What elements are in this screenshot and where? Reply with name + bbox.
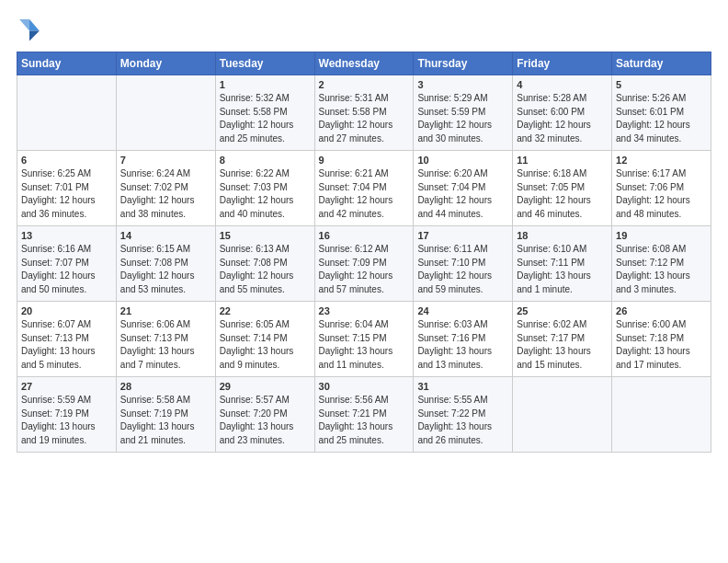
- day-number: 24: [417, 305, 508, 316]
- day-number: 31: [417, 381, 508, 392]
- day-info: Sunrise: 6:22 AM Sunset: 7:03 PM Dayligh…: [220, 167, 311, 221]
- day-number: 6: [21, 155, 112, 166]
- calendar-cell: 5Sunrise: 5:26 AM Sunset: 6:01 PM Daylig…: [612, 75, 711, 151]
- day-number: 1: [220, 79, 311, 90]
- day-number: 14: [120, 230, 211, 241]
- page: SundayMondayTuesdayWednesdayThursdayFrid…: [0, 0, 728, 462]
- day-info: Sunrise: 6:04 AM Sunset: 7:15 PM Dayligh…: [319, 318, 410, 372]
- day-info: Sunrise: 6:21 AM Sunset: 7:04 PM Dayligh…: [319, 167, 410, 221]
- day-info: Sunrise: 6:08 AM Sunset: 7:12 PM Dayligh…: [616, 243, 707, 296]
- day-number: 21: [120, 305, 211, 316]
- day-info: Sunrise: 6:13 AM Sunset: 7:08 PM Dayligh…: [220, 243, 311, 296]
- day-info: Sunrise: 5:26 AM Sunset: 6:01 PM Dayligh…: [616, 92, 707, 145]
- calendar-cell: 18Sunrise: 6:10 AM Sunset: 7:11 PM Dayli…: [513, 226, 612, 302]
- day-info: Sunrise: 5:57 AM Sunset: 7:20 PM Dayligh…: [220, 394, 311, 447]
- day-info: Sunrise: 6:12 AM Sunset: 7:09 PM Dayligh…: [319, 243, 410, 296]
- day-info: Sunrise: 6:16 AM Sunset: 7:07 PM Dayligh…: [21, 243, 112, 296]
- calendar-cell: 11Sunrise: 6:18 AM Sunset: 7:05 PM Dayli…: [513, 151, 612, 226]
- calendar-week-row: 13Sunrise: 6:16 AM Sunset: 7:07 PM Dayli…: [17, 226, 711, 302]
- calendar-cell: 13Sunrise: 6:16 AM Sunset: 7:07 PM Dayli…: [17, 226, 117, 302]
- calendar-cell: 16Sunrise: 6:12 AM Sunset: 7:09 PM Dayli…: [314, 226, 414, 302]
- day-number: 11: [517, 155, 608, 166]
- day-info: Sunrise: 5:59 AM Sunset: 7:19 PM Dayligh…: [21, 394, 112, 447]
- day-info: Sunrise: 6:06 AM Sunset: 7:13 PM Dayligh…: [120, 318, 211, 372]
- calendar-cell: 21Sunrise: 6:06 AM Sunset: 7:13 PM Dayli…: [116, 302, 215, 377]
- calendar-cell: [612, 377, 711, 453]
- weekday-header: Thursday: [414, 52, 513, 75]
- day-number: 10: [417, 155, 508, 166]
- day-info: Sunrise: 6:17 AM Sunset: 7:06 PM Dayligh…: [616, 167, 707, 221]
- day-number: 12: [616, 155, 707, 166]
- day-info: Sunrise: 6:11 AM Sunset: 7:10 PM Dayligh…: [417, 243, 508, 296]
- calendar-cell: 6Sunrise: 6:25 AM Sunset: 7:01 PM Daylig…: [17, 151, 117, 226]
- weekday-header: Sunday: [17, 52, 117, 75]
- calendar-cell: 25Sunrise: 6:02 AM Sunset: 7:17 PM Dayli…: [513, 302, 612, 377]
- calendar-cell: 19Sunrise: 6:08 AM Sunset: 7:12 PM Dayli…: [612, 226, 711, 302]
- day-number: 23: [319, 305, 410, 316]
- day-info: Sunrise: 5:32 AM Sunset: 5:58 PM Dayligh…: [220, 92, 311, 145]
- day-number: 15: [220, 230, 311, 241]
- day-number: 16: [319, 230, 410, 241]
- day-info: Sunrise: 6:25 AM Sunset: 7:01 PM Dayligh…: [21, 167, 112, 221]
- calendar-cell: 10Sunrise: 6:20 AM Sunset: 7:04 PM Dayli…: [414, 151, 513, 226]
- calendar-cell: 27Sunrise: 5:59 AM Sunset: 7:19 PM Dayli…: [17, 377, 117, 453]
- day-info: Sunrise: 6:20 AM Sunset: 7:04 PM Dayligh…: [417, 167, 508, 221]
- calendar-cell: [513, 377, 612, 453]
- weekday-header: Friday: [513, 52, 612, 75]
- calendar-cell: 23Sunrise: 6:04 AM Sunset: 7:15 PM Dayli…: [314, 302, 414, 377]
- day-info: Sunrise: 5:28 AM Sunset: 6:00 PM Dayligh…: [517, 92, 608, 145]
- weekday-header: Tuesday: [215, 52, 314, 75]
- day-number: 4: [517, 79, 608, 90]
- day-number: 18: [517, 230, 608, 241]
- calendar-table: SundayMondayTuesdayWednesdayThursdayFrid…: [17, 52, 711, 453]
- calendar-cell: 3Sunrise: 5:29 AM Sunset: 5:59 PM Daylig…: [414, 75, 513, 151]
- day-number: 29: [220, 381, 311, 392]
- day-info: Sunrise: 5:55 AM Sunset: 7:22 PM Dayligh…: [417, 394, 508, 447]
- calendar-cell: 8Sunrise: 6:22 AM Sunset: 7:03 PM Daylig…: [215, 151, 314, 226]
- day-info: Sunrise: 6:00 AM Sunset: 7:18 PM Dayligh…: [616, 318, 707, 372]
- calendar-cell: 24Sunrise: 6:03 AM Sunset: 7:16 PM Dayli…: [414, 302, 513, 377]
- weekday-header: Wednesday: [314, 52, 414, 75]
- day-number: 25: [517, 305, 608, 316]
- day-number: 28: [120, 381, 211, 392]
- calendar-cell: 17Sunrise: 6:11 AM Sunset: 7:10 PM Dayli…: [414, 226, 513, 302]
- day-info: Sunrise: 6:10 AM Sunset: 7:11 PM Dayligh…: [517, 243, 608, 296]
- day-number: 17: [417, 230, 508, 241]
- day-number: 27: [21, 381, 112, 392]
- day-number: 30: [319, 381, 410, 392]
- day-info: Sunrise: 6:05 AM Sunset: 7:14 PM Dayligh…: [220, 318, 311, 372]
- calendar-cell: 20Sunrise: 6:07 AM Sunset: 7:13 PM Dayli…: [17, 302, 117, 377]
- calendar-cell: 12Sunrise: 6:17 AM Sunset: 7:06 PM Dayli…: [612, 151, 711, 226]
- day-number: 20: [21, 305, 112, 316]
- day-number: 2: [319, 79, 410, 90]
- calendar-body: 1Sunrise: 5:32 AM Sunset: 5:58 PM Daylig…: [17, 75, 711, 453]
- calendar-cell: 31Sunrise: 5:55 AM Sunset: 7:22 PM Dayli…: [414, 377, 513, 453]
- logo: [17, 17, 46, 42]
- day-info: Sunrise: 6:07 AM Sunset: 7:13 PM Dayligh…: [21, 318, 112, 372]
- day-number: 22: [220, 305, 311, 316]
- day-info: Sunrise: 6:24 AM Sunset: 7:02 PM Dayligh…: [120, 167, 211, 221]
- calendar-cell: 22Sunrise: 6:05 AM Sunset: 7:14 PM Dayli…: [215, 302, 314, 377]
- calendar-week-row: 20Sunrise: 6:07 AM Sunset: 7:13 PM Dayli…: [17, 302, 711, 377]
- day-number: 19: [616, 230, 707, 241]
- calendar-cell: [116, 75, 215, 151]
- svg-marker-1: [29, 31, 40, 41]
- calendar-week-row: 6Sunrise: 6:25 AM Sunset: 7:01 PM Daylig…: [17, 151, 711, 226]
- weekday-header: Saturday: [612, 52, 711, 75]
- day-info: Sunrise: 6:18 AM Sunset: 7:05 PM Dayligh…: [517, 167, 608, 221]
- calendar-cell: 2Sunrise: 5:31 AM Sunset: 5:58 PM Daylig…: [314, 75, 414, 151]
- day-info: Sunrise: 6:03 AM Sunset: 7:16 PM Dayligh…: [417, 318, 508, 372]
- day-info: Sunrise: 6:15 AM Sunset: 7:08 PM Dayligh…: [120, 243, 211, 296]
- weekday-header: Monday: [116, 52, 215, 75]
- day-number: 8: [220, 155, 311, 166]
- calendar-cell: [17, 75, 117, 151]
- day-number: 9: [319, 155, 410, 166]
- calendar-week-row: 27Sunrise: 5:59 AM Sunset: 7:19 PM Dayli…: [17, 377, 711, 453]
- day-number: 13: [21, 230, 112, 241]
- day-number: 7: [120, 155, 211, 166]
- calendar-cell: 28Sunrise: 5:58 AM Sunset: 7:19 PM Dayli…: [116, 377, 215, 453]
- day-info: Sunrise: 5:29 AM Sunset: 5:59 PM Dayligh…: [417, 92, 508, 145]
- calendar-header: SundayMondayTuesdayWednesdayThursdayFrid…: [17, 52, 711, 75]
- header: [17, 17, 711, 42]
- logo-icon: [17, 17, 42, 42]
